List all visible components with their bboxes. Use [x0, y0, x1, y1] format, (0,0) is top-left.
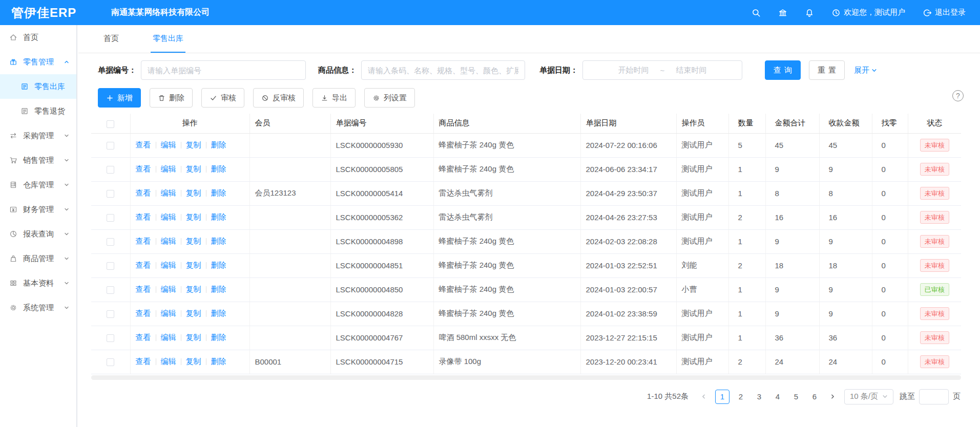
edit-link[interactable]: 编辑 [161, 357, 176, 367]
next-page-button[interactable] [826, 390, 840, 404]
copy-link[interactable]: 复制 [186, 261, 201, 270]
product-info-input[interactable] [361, 60, 525, 80]
page-button-1[interactable]: 1 [715, 390, 729, 404]
page-button-2[interactable]: 2 [734, 390, 748, 404]
delete-link[interactable]: 删除 [211, 309, 226, 318]
tab-home[interactable]: 首页 [101, 25, 121, 53]
search-button[interactable]: 查询 [765, 60, 801, 80]
select-all-checkbox[interactable] [107, 120, 114, 128]
delete-link[interactable]: 删除 [211, 333, 226, 343]
edit-link[interactable]: 编辑 [161, 261, 176, 270]
sidebar-item-retail-outbound[interactable]: 零售出库 [0, 74, 76, 99]
edit-link[interactable]: 编辑 [161, 140, 176, 150]
edit-link[interactable]: 编辑 [161, 309, 176, 318]
delete-link[interactable]: 删除 [211, 188, 226, 198]
help-icon[interactable] [952, 90, 964, 101]
col-date: 单据日期 [580, 114, 676, 133]
edit-link[interactable]: 编辑 [161, 188, 176, 198]
delete-link[interactable]: 删除 [211, 285, 226, 294]
search-icon[interactable] [752, 8, 761, 17]
column-settings-label: 列设置 [384, 93, 407, 103]
order-no-input[interactable] [141, 60, 306, 80]
row-checkbox[interactable] [107, 142, 114, 150]
copy-link[interactable]: 复制 [186, 333, 201, 343]
view-link[interactable]: 查看 [136, 309, 151, 318]
sidebar-item-warehouse-mgmt[interactable]: 仓库管理 [0, 173, 76, 197]
horizontal-scrollbar[interactable] [91, 375, 961, 380]
delete-link[interactable]: 删除 [211, 261, 226, 270]
copy-link[interactable]: 复制 [186, 285, 201, 294]
page-button-6[interactable]: 6 [807, 390, 822, 404]
copy-link[interactable]: 复制 [186, 140, 201, 150]
audit-button[interactable]: 审核 [201, 88, 244, 108]
row-checkbox[interactable] [107, 262, 114, 270]
delete-link[interactable]: 删除 [211, 237, 226, 246]
unaudit-button[interactable]: 反审核 [253, 88, 304, 108]
row-checkbox[interactable] [107, 334, 114, 342]
sidebar-item-retail-mgmt[interactable]: 零售管理 [0, 50, 76, 74]
add-button[interactable]: 新增 [98, 88, 141, 108]
copy-link[interactable]: 复制 [186, 188, 201, 198]
bell-icon[interactable] [805, 8, 814, 17]
page-button-3[interactable]: 3 [752, 390, 766, 404]
copy-link[interactable]: 复制 [186, 237, 201, 246]
sidebar-item-goods-mgmt[interactable]: 商品管理 [0, 246, 76, 271]
view-link[interactable]: 查看 [136, 261, 151, 270]
copy-link[interactable]: 复制 [186, 309, 201, 318]
edit-link[interactable]: 编辑 [161, 212, 176, 222]
copy-link[interactable]: 复制 [186, 164, 201, 174]
cell-change: 0 [872, 350, 908, 374]
view-link[interactable]: 查看 [136, 188, 151, 198]
sidebar-item-finance-mgmt[interactable]: 财务管理 [0, 197, 76, 222]
page-size-select[interactable]: 10 条/页 [844, 389, 893, 404]
orders-table: 操作 会员 单据编号 商品信息 单据日期 操作员 数量 金额合计 收款金额 找零… [91, 114, 961, 374]
page-button-5[interactable]: 5 [789, 390, 803, 404]
edit-link[interactable]: 编辑 [161, 333, 176, 343]
divider [156, 190, 156, 197]
welcome-user[interactable]: 欢迎您，测试用户 [831, 8, 905, 17]
view-link[interactable]: 查看 [136, 237, 151, 246]
page-button-4[interactable]: 4 [770, 390, 785, 404]
row-checkbox[interactable] [107, 166, 114, 174]
view-link[interactable]: 查看 [136, 164, 151, 174]
sidebar-item-home[interactable]: 首页 [0, 25, 76, 50]
prev-page-button[interactable] [697, 390, 711, 404]
view-link[interactable]: 查看 [136, 357, 151, 367]
delete-link[interactable]: 删除 [211, 357, 226, 367]
view-link[interactable]: 查看 [136, 333, 151, 343]
delete-link[interactable]: 删除 [211, 164, 226, 174]
tab-retail-outbound[interactable]: 零售出库 [151, 25, 185, 53]
column-settings-button[interactable]: 列设置 [364, 88, 415, 108]
copy-link[interactable]: 复制 [186, 212, 201, 222]
bank-icon[interactable] [778, 8, 787, 17]
row-checkbox[interactable] [107, 214, 114, 222]
sidebar-item-purchase-mgmt[interactable]: 采购管理 [0, 123, 76, 148]
sidebar-item-sales-mgmt[interactable]: 销售管理 [0, 148, 76, 173]
row-checkbox[interactable] [107, 358, 114, 366]
sidebar-item-retail-return[interactable]: 零售退货 [0, 99, 76, 123]
edit-link[interactable]: 编辑 [161, 285, 176, 294]
sidebar-item-system-mgmt[interactable]: 系统管理 [0, 295, 76, 320]
delete-link[interactable]: 删除 [211, 212, 226, 222]
row-checkbox[interactable] [107, 310, 114, 318]
jump-page-input[interactable] [919, 389, 949, 404]
sidebar-item-basic-data[interactable]: 基本资料 [0, 271, 76, 295]
reset-button[interactable]: 重置 [809, 60, 845, 80]
copy-link[interactable]: 复制 [186, 357, 201, 367]
delete-button[interactable]: 删除 [150, 88, 193, 108]
view-link[interactable]: 查看 [136, 285, 151, 294]
logout-button[interactable]: 退出登录 [923, 8, 966, 17]
edit-link[interactable]: 编辑 [161, 164, 176, 174]
retail-outbound-page: 管伊佳ERP 南通某某网络科技有限公司 欢迎您，测试用户 [0, 0, 980, 427]
expand-link[interactable]: 展开 [854, 66, 877, 75]
edit-link[interactable]: 编辑 [161, 237, 176, 246]
row-checkbox[interactable] [107, 238, 114, 246]
row-checkbox[interactable] [107, 286, 114, 294]
view-link[interactable]: 查看 [136, 212, 151, 222]
view-link[interactable]: 查看 [136, 140, 151, 150]
date-range-input[interactable]: 开始时间 ~ 结束时间 [582, 60, 742, 80]
export-button[interactable]: 导出 [312, 88, 356, 108]
delete-link[interactable]: 删除 [211, 140, 226, 150]
sidebar-item-report-query[interactable]: 报表查询 [0, 222, 76, 246]
row-checkbox[interactable] [107, 190, 114, 198]
